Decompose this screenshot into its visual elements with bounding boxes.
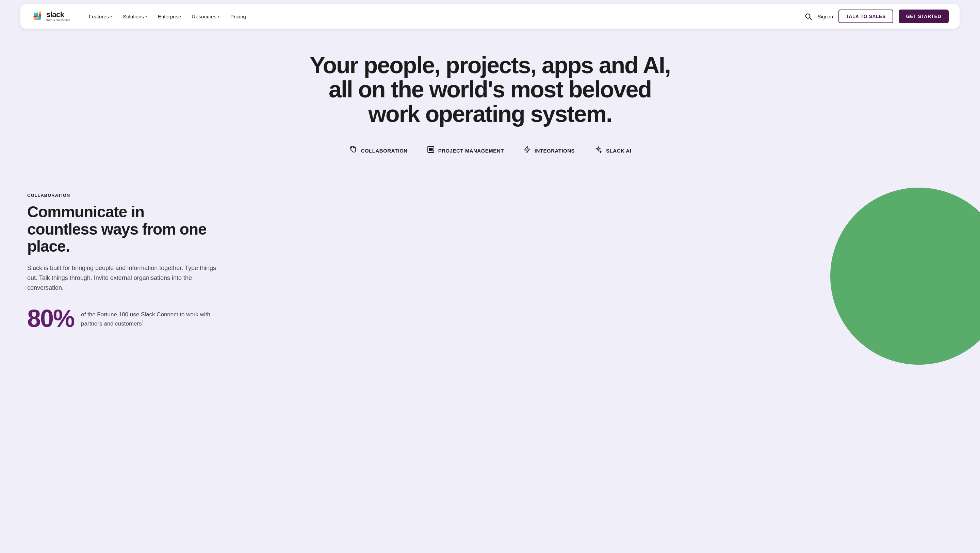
nav-link-enterprise[interactable]: Enterprise xyxy=(153,11,186,22)
chevron-down-icon: ▾ xyxy=(218,14,220,18)
nav-link-resources[interactable]: Resources ▾ xyxy=(187,11,224,22)
project-management-icon xyxy=(427,145,435,156)
sign-in-link[interactable]: Sign in xyxy=(817,14,833,19)
nav-features-label: Features xyxy=(89,14,109,19)
section-badge: COLLABORATION xyxy=(27,193,218,198)
nav-enterprise-label: Enterprise xyxy=(158,14,181,19)
svg-line-1 xyxy=(810,18,811,19)
logo-text-group: slack from ● Salesforce xyxy=(46,11,70,22)
feature-tabs: COLLABORATION PROJECT MANAGEMENT INTEGRA… xyxy=(14,142,966,159)
nav-link-pricing[interactable]: Pricing xyxy=(226,11,251,22)
stat-row: 80% of the Fortune 100 use Slack Connect… xyxy=(27,306,218,331)
slack-ai-icon xyxy=(594,145,603,156)
logo-salesforce-text: from ● Salesforce xyxy=(46,19,70,22)
stat-text-content: of the Fortune 100 use Slack Connect to … xyxy=(81,311,210,327)
main-nav: slack from ● Salesforce Features ▾ Solut… xyxy=(21,4,959,29)
slack-logo-icon xyxy=(31,10,43,22)
get-started-button[interactable]: GET STARTED xyxy=(899,10,949,23)
chevron-down-icon: ▾ xyxy=(110,14,112,18)
nav-right-group: Sign in TALK TO SALES GET STARTED xyxy=(804,10,949,23)
section-title: Communicate in countless ways from one p… xyxy=(27,203,218,255)
integrations-icon xyxy=(523,145,531,156)
stat-superscript: 1 xyxy=(142,320,144,324)
collaboration-section: COLLABORATION Communicate in countless w… xyxy=(0,172,980,351)
tab-collaboration[interactable]: COLLABORATION xyxy=(347,142,409,159)
nav-solutions-label: Solutions xyxy=(123,14,144,19)
tab-integrations[interactable]: INTEGRATIONS xyxy=(522,143,576,158)
tab-slack-ai-label: SLACK AI xyxy=(606,148,631,154)
tab-integrations-label: INTEGRATIONS xyxy=(535,148,575,154)
nav-links-group: Features ▾ Solutions ▾ Enterprise Resour… xyxy=(84,11,804,22)
green-circle-decoration xyxy=(830,188,980,365)
tab-slack-ai[interactable]: SLACK AI xyxy=(592,142,633,159)
nav-link-solutions[interactable]: Solutions ▾ xyxy=(118,11,152,22)
nav-pricing-label: Pricing xyxy=(231,14,246,19)
tab-collaboration-label: COLLABORATION xyxy=(361,148,408,154)
talk-to-sales-button[interactable]: TALK TO SALES xyxy=(838,10,893,23)
nav-resources-label: Resources xyxy=(192,14,216,19)
collaboration-content-left: COLLABORATION Communicate in countless w… xyxy=(27,193,218,331)
collaboration-icon xyxy=(349,145,358,156)
tab-project-management[interactable]: PROJECT MANAGEMENT xyxy=(425,143,505,158)
logo-link[interactable]: slack from ● Salesforce xyxy=(31,10,70,22)
hero-title: Your people, projects, apps and AI, all … xyxy=(303,53,677,126)
section-description: Slack is built for bringing people and i… xyxy=(27,263,218,293)
search-icon[interactable] xyxy=(804,13,812,20)
hero-section: Your people, projects, apps and AI, all … xyxy=(0,33,980,172)
stat-number: 80% xyxy=(27,306,74,331)
stat-text: of the Fortune 100 use Slack Connect to … xyxy=(81,306,218,328)
logo-slack-text: slack xyxy=(46,11,70,18)
tab-project-management-label: PROJECT MANAGEMENT xyxy=(438,148,504,154)
nav-link-features[interactable]: Features ▾ xyxy=(84,11,117,22)
chevron-down-icon: ▾ xyxy=(145,14,147,18)
